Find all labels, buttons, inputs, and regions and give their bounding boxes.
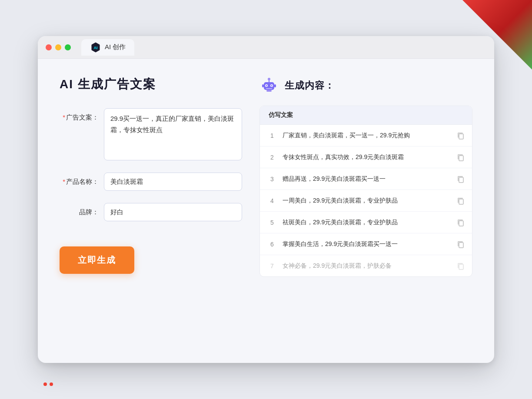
row-number: 4 [267,197,277,204]
brand-label: 品牌： [60,203,99,216]
svg-rect-14 [459,156,463,161]
deco-dot-1 [43,382,47,386]
tab-label: AI 创作 [105,43,126,51]
row-number: 2 [267,154,277,161]
traffic-lights [46,44,71,50]
svg-rect-13 [459,134,463,139]
table-row: 5 祛斑美白，29.9元美白淡斑霜，专业护肤品 [260,212,472,233]
row-text: 专抹女性斑点，真实功效，29.9元美白淡斑霜 [283,153,451,162]
result-rows-container: 1 厂家直销，美白淡斑霜，买一送一，29.9元抢购 2 专抹女性斑点，真实功效，… [260,125,472,276]
copy-icon[interactable] [456,196,465,205]
left-panel: AI 生成广告文案 *广告文案： 29.9买一送一，真正的厂家直销，美白淡斑霜，… [60,76,242,346]
row-text: 掌握美白生活，29.9元美白淡斑霜买一送一 [283,239,451,249]
svg-point-8 [268,78,270,80]
table-row: 2 专抹女性斑点，真实功效，29.9元美白淡斑霜 [260,146,472,168]
row-number: 6 [267,241,277,248]
row-number: 7 [267,263,277,269]
row-number: 3 [267,176,277,183]
brand-group: 品牌： [60,203,242,221]
table-row: 4 一周美白，29.9元美白淡斑霜，专业护肤品 [260,190,472,212]
product-name-group: *产品名称： [60,173,242,191]
svg-rect-15 [459,177,463,183]
svg-point-6 [271,85,273,86]
required-star-product: * [63,178,65,185]
copy-icon[interactable] [456,240,465,249]
right-panel: 生成内容： 仿写文案 1 厂家直销，美白淡斑霜，买一送一，29.9元抢购 2 专… [259,76,472,346]
svg-rect-9 [266,88,272,89]
copy-icon[interactable] [456,218,465,227]
svg-rect-17 [459,221,463,226]
svg-rect-12 [274,84,276,87]
close-button[interactable] [46,44,52,50]
table-row: 1 厂家直销，美白淡斑霜，买一送一，29.9元抢购 [260,125,472,146]
row-number: 1 [267,132,277,139]
table-header: 仿写文案 [260,106,472,125]
ad-copy-label: *广告文案： [60,108,99,122]
svg-point-5 [266,85,267,86]
brand-input[interactable] [104,203,242,221]
product-name-input[interactable] [104,173,242,191]
svg-rect-10 [266,90,272,92]
content-area: AI 生成广告文案 *广告文案： 29.9买一送一，真正的厂家直销，美白淡斑霜，… [38,59,494,363]
copy-icon[interactable] [456,262,465,270]
row-number: 5 [267,219,277,226]
result-table: 仿写文案 1 厂家直销，美白淡斑霜，买一送一，29.9元抢购 2 专抹女性斑点，… [259,106,472,277]
minimize-button[interactable] [55,44,61,50]
required-star-ad: * [63,113,65,121]
svg-rect-18 [459,243,463,248]
result-title: 生成内容： [285,79,335,92]
ai-badge-icon: AI [90,42,101,53]
ad-copy-group: *广告文案： 29.9买一送一，真正的厂家直销，美白淡斑霜，专抹女性斑点 [60,108,242,160]
deco-dot-2 [50,382,53,386]
row-text: 一周美白，29.9元美白淡斑霜，专业护肤品 [283,196,451,205]
generate-button[interactable]: 立即生成 [60,246,134,274]
result-header: 生成内容： [259,76,472,95]
ad-copy-input[interactable]: 29.9买一送一，真正的厂家直销，美白淡斑霜，专抹女性斑点 [104,108,242,160]
copy-icon[interactable] [456,175,465,183]
title-bar: AI AI 创作 [38,36,494,59]
decorative-dots [43,382,53,386]
copy-icon[interactable] [456,131,465,140]
page-title: AI 生成广告文案 [60,76,242,93]
tab-ai-creation[interactable]: AI AI 创作 [81,39,134,56]
browser-window: AI AI 创作 AI 生成广告文案 *广告文案： 29.9买一送一，真正的厂家… [38,36,494,363]
svg-rect-16 [459,199,463,204]
svg-rect-19 [459,264,463,269]
row-text: 祛斑美白，29.9元美白淡斑霜，专业护肤品 [283,218,451,227]
svg-text:AI: AI [94,46,98,50]
copy-icon[interactable] [456,153,465,162]
row-text: 厂家直销，美白淡斑霜，买一送一，29.9元抢购 [283,131,451,140]
row-text: 女神必备，29.9元美白淡斑霜，护肤必备 [283,261,451,270]
row-text: 赠品再送，29.9元美白淡斑霜买一送一 [283,174,451,183]
table-row: 6 掌握美白生活，29.9元美白淡斑霜买一送一 [260,233,472,255]
robot-icon [259,76,279,95]
product-name-label: *产品名称： [60,173,99,186]
svg-rect-11 [262,84,264,87]
maximize-button[interactable] [65,44,71,50]
table-row: 7 女神必备，29.9元美白淡斑霜，护肤必备 [260,255,472,276]
table-row: 3 赠品再送，29.9元美白淡斑霜买一送一 [260,168,472,190]
